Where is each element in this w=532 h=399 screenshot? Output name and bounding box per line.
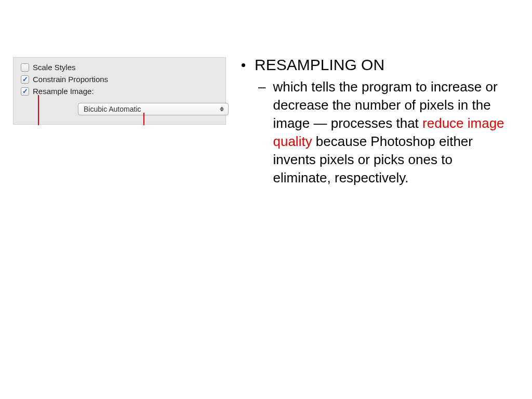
annotation-line xyxy=(38,95,39,125)
dropdown-value: Bicubic Automatic xyxy=(84,105,141,113)
updown-arrows-icon xyxy=(220,107,224,112)
resample-image-checkbox[interactable] xyxy=(21,87,29,96)
sub-bullet: – which tells the program to increase or… xyxy=(258,78,507,188)
scale-styles-row: Scale Styles xyxy=(21,63,218,72)
sub-text: which tells the program to increase or d… xyxy=(273,78,507,188)
dash-icon: – xyxy=(258,79,265,95)
constrain-proportions-label: Constrain Proportions xyxy=(33,75,108,84)
main-title: RESAMPLING ON xyxy=(255,56,384,74)
scale-styles-checkbox[interactable] xyxy=(21,63,29,72)
scale-styles-label: Scale Styles xyxy=(33,63,76,72)
constrain-proportions-row: Constrain Proportions xyxy=(21,75,218,84)
constrain-proportions-checkbox[interactable] xyxy=(21,75,29,84)
options-panel: Scale Styles Constrain Proportions Resam… xyxy=(13,57,226,125)
bullet-icon xyxy=(242,63,245,67)
resample-dropdown-container: Bicubic Automatic xyxy=(78,103,218,115)
annotation-line xyxy=(143,113,144,125)
slide-text: RESAMPLING ON – which tells the program … xyxy=(242,56,507,188)
resample-method-dropdown[interactable]: Bicubic Automatic xyxy=(78,103,229,115)
resample-image-label: Resample Image: xyxy=(33,87,94,96)
main-bullet: RESAMPLING ON xyxy=(242,56,507,74)
resample-image-row: Resample Image: xyxy=(21,87,218,96)
